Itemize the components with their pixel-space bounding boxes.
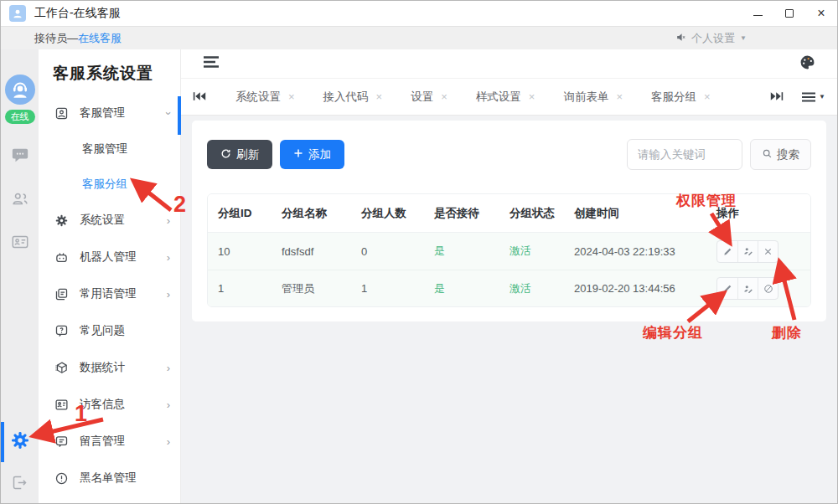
cell-group-members: 0 [361,245,434,258]
tab-label: 客服分组 [651,90,696,105]
subitem-label: 客服分组 [82,177,127,192]
sidebar-item-phrase-management[interactable]: 常用语管理 › [39,275,180,312]
refresh-icon [220,148,231,162]
tab-label: 接入代码 [323,90,369,105]
personal-settings-menu[interactable]: 个人设置 [691,31,735,46]
status-badge: 在线 [5,110,35,124]
chevron-right-icon: › [167,435,170,448]
col-receive: 是否接待 [434,206,510,221]
sidebar-item-blacklist[interactable]: 黑名单管理 [39,460,180,496]
edit-group-button[interactable] [717,278,737,299]
tab-kefu-group[interactable]: 客服分组× [637,90,725,105]
collapse-menu-icon[interactable] [203,55,220,72]
cell-receive: 是 [434,244,510,259]
documents-icon [54,287,69,301]
sidebar-subitem-kefu-group[interactable]: 客服分组 [39,167,180,202]
chevron-down-icon: ▼ [740,34,747,42]
window-title: 工作台-在线客服 [34,6,121,21]
permission-button[interactable] [737,241,758,262]
permission-button[interactable] [737,278,758,299]
sidebar-item-faq[interactable]: 常见问题 [39,312,180,349]
sidebar-subitem-kefu-management[interactable]: 客服管理 [39,131,180,167]
sidebar-item-label: 机器人管理 [80,249,137,265]
col-actions: 操作 [716,206,800,221]
settings-sidebar: 客服系统设置 客服管理 › 客服管理 客服分组 系统设置 › [39,49,181,504]
add-button[interactable]: 添加 [280,140,344,169]
settings-gear-icon[interactable] [10,430,30,454]
delete-button[interactable] [758,241,778,262]
maximize-button[interactable] [784,8,795,19]
sidebar-item-kefu-management[interactable]: 客服管理 › [39,95,180,131]
cell-status: 激活 [510,281,574,296]
chevron-right-icon: › [167,251,170,264]
col-group-name: 分组名称 [282,206,361,221]
close-button[interactable]: × [815,8,827,19]
sidebar-item-statistics[interactable]: 数据统计 › [39,349,180,386]
message-bubble-icon [54,435,69,449]
robot-icon [54,250,69,265]
cell-group-id: 1 [218,282,282,295]
chevron-right-icon: › [167,214,170,227]
contacts-icon[interactable] [11,189,29,211]
chat-icon[interactable] [11,146,29,167]
tab-options-menu-icon[interactable]: ▼ [802,92,825,102]
tab-style-settings[interactable]: 样式设置× [462,90,550,105]
group-list-card: 刷新 添加 搜索 [192,121,826,321]
refresh-button[interactable]: 刷新 [207,140,272,169]
logout-icon[interactable] [11,474,28,495]
scroll-tabs-left-icon[interactable] [193,90,206,104]
cell-created: 2019-02-20 13:44:56 [574,282,716,295]
close-icon[interactable]: × [616,91,623,102]
sidebar-item-visitor-info[interactable]: 访客信息 › [39,386,180,423]
content-area: 刷新 添加 搜索 [181,116,837,504]
sidebar-item-message-management[interactable]: 留言管理 › [39,423,180,460]
col-group-members: 分组人数 [361,206,434,221]
table-row: 10 fdsfsdf 0 是 激活 2024-04-03 22:19:33 [208,233,810,270]
tab-system-settings[interactable]: 系统设置× [221,90,309,105]
sidebar-item-label: 黑名单管理 [80,471,137,486]
breadcrumb-bar: 接待员—在线客服 个人设置 ▼ [1,26,837,49]
chevron-right-icon: › [167,399,170,411]
col-group-id: 分组ID [218,206,282,221]
sidebar-item-label: 访客信息 [80,397,125,412]
close-icon[interactable]: × [376,91,383,102]
col-status: 分组状态 [510,206,574,221]
visitor-card-icon[interactable] [11,233,29,255]
gear-icon [54,213,69,228]
title-bar: 工作台-在线客服 × [1,1,837,26]
cell-group-name: 管理员 [282,281,361,296]
tab-label: 样式设置 [476,90,521,105]
refresh-label: 刷新 [236,147,259,162]
close-icon[interactable]: × [704,91,711,102]
close-icon[interactable]: × [288,91,295,102]
tab-pre-chat-form[interactable]: 询前表单× [549,90,637,105]
search-input[interactable] [627,139,742,170]
tab-settings[interactable]: 设置× [396,90,462,105]
subitem-label: 客服管理 [82,141,127,157]
sound-icon[interactable] [675,32,686,45]
sidebar-item-label: 常用语管理 [80,286,137,301]
agent-avatar[interactable] [5,75,35,105]
sidebar-item-label: 系统设置 [80,213,125,228]
cell-receive: 是 [434,281,510,296]
theme-palette-icon[interactable] [799,54,815,74]
reception-channel-link[interactable]: 在线客服 [78,31,122,46]
tab-label: 设置 [411,90,433,105]
sidebar-item-system-settings[interactable]: 系统设置 › [39,202,180,239]
col-created: 创建时间 [574,206,716,221]
app-logo-icon [9,5,26,22]
sidebar-item-label: 留言管理 [80,434,125,449]
minimize-button[interactable] [752,8,763,19]
cell-created: 2024-04-03 22:19:33 [574,245,716,258]
close-icon[interactable]: × [529,91,535,102]
tab-access-code[interactable]: 接入代码× [309,90,397,105]
search-button[interactable]: 搜索 [750,139,811,170]
edit-group-button[interactable] [717,241,737,262]
tab-bar: 系统设置× 接入代码× 设置× 样式设置× 询前表单× 客服分组× ▼ [181,78,837,116]
close-icon[interactable]: × [441,91,447,102]
sidebar-item-robot-management[interactable]: 机器人管理 › [39,239,180,275]
app-window: 工作台-在线客服 × 接待员—在线客服 个人设置 ▼ 在线 [0,0,838,504]
table-header-row: 分组ID 分组名称 分组人数 是否接待 分组状态 创建时间 操作 [208,194,810,233]
sidebar-item-label: 常见问题 [80,323,125,338]
scroll-tabs-right-icon[interactable] [770,90,784,104]
